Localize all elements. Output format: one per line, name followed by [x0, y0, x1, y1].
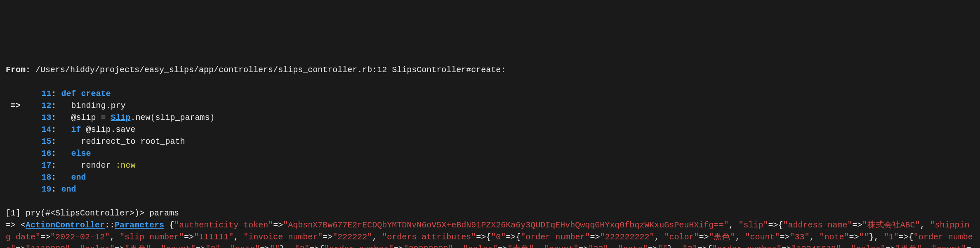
code: binding.pry [71, 101, 125, 110]
terminal-output[interactable]: From: /Users/hiddy/projects/easy_slips/a… [6, 52, 974, 248]
method-name: SlipsController#create: [392, 65, 506, 75]
keyword-if: if [71, 125, 81, 134]
class-actioncontroller: ActionController [26, 220, 105, 230]
line-number: 15 [21, 136, 51, 147]
from-label: From: [6, 65, 31, 75]
pry-input: params [149, 208, 179, 218]
pry-context: #<SlipsController> [45, 208, 134, 218]
line-number: 17 [21, 159, 51, 171]
symbol-new: :new [115, 161, 135, 170]
keyword-end: end [71, 173, 86, 182]
code: redirect_to root_path [81, 137, 185, 146]
ivar: @slip [71, 113, 96, 122]
pry-prompt-open: [1] pry( [6, 208, 45, 218]
pry-result: => <ActionController::Parameters {"authe… [6, 219, 974, 248]
line-number: 16 [21, 147, 51, 159]
line-number: 11 [21, 88, 51, 100]
class-parameters: Parameters [115, 220, 164, 230]
method-name-create: create [81, 89, 111, 98]
line-number: 18 [21, 171, 51, 183]
line-number: 13 [21, 112, 51, 124]
keyword-else: else [71, 149, 91, 158]
class-slip: Slip [111, 113, 130, 122]
current-line-arrow: => [6, 100, 21, 112]
line-number: 12 [21, 100, 51, 112]
line-number: 19 [21, 183, 51, 195]
keyword-def: def [61, 89, 76, 98]
keyword-end: end [61, 185, 76, 194]
file-path: /Users/hiddy/projects/easy_slips/app/con… [35, 65, 387, 75]
line-number: 14 [21, 124, 51, 136]
